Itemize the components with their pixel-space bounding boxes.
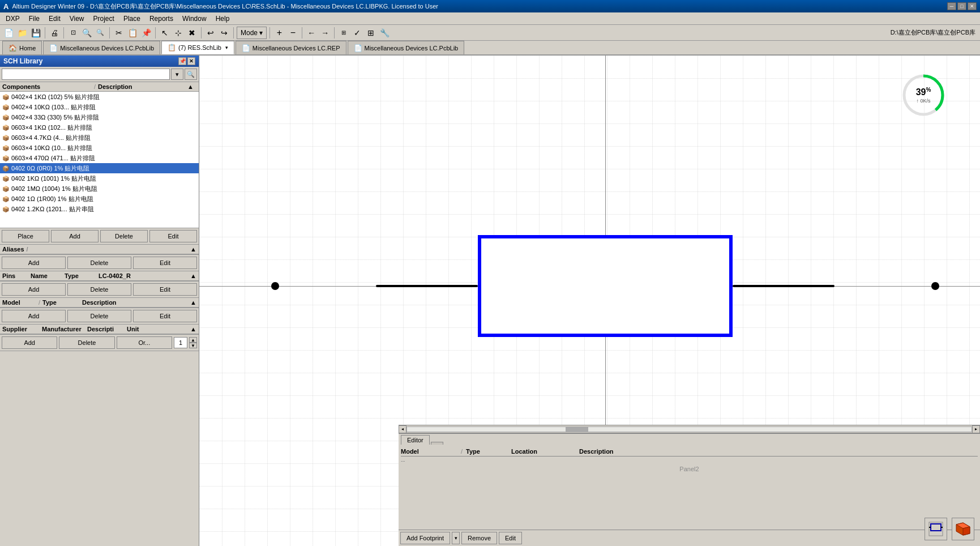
add-comp-btn[interactable]: Add (51, 230, 99, 242)
panel-pin-btn[interactable]: 📌 (178, 57, 186, 65)
menu-view[interactable]: View (65, 14, 89, 24)
maximize-btn[interactable]: □ (957, 2, 966, 10)
comp-item-2[interactable]: 📦 0402×4 33Ω (330) 5% 贴片排阻 (0, 112, 199, 122)
tab-schlib[interactable]: 📋 (7) RES.SchLib ▾ (161, 41, 234, 54)
comp-name-2: 0402×4 33Ω (330) 5% 贴片排阻 (11, 113, 196, 122)
add-model-btn[interactable]: Add (2, 310, 66, 322)
col-description-label: Description (98, 83, 187, 90)
footprint-dropdown-btn[interactable]: ▾ (452, 532, 460, 544)
minimize-btn[interactable]: ─ (947, 2, 956, 10)
dropdown-btn[interactable]: ▾ (171, 69, 183, 80)
cut-btn[interactable]: ✂ (113, 27, 125, 39)
save-btn[interactable]: 💾 (29, 27, 42, 39)
tools-btn[interactable]: 🔧 (378, 27, 391, 39)
select-btn[interactable]: ↖ (159, 27, 171, 39)
model-actions: Add Delete Edit (0, 308, 199, 324)
menu-help[interactable]: Help (211, 14, 234, 24)
comp-item-5[interactable]: 📦 0603×4 10KΩ (10... 贴片排阻 (0, 143, 199, 153)
zoom-fit-btn[interactable]: ⊡ (67, 27, 79, 39)
comp-item-8[interactable]: 📦 0402 1KΩ (1001) 1% 贴片电阻 (0, 173, 199, 184)
tab-home[interactable]: 🏠 Home (2, 41, 42, 54)
edit-bottom-btn[interactable]: Edit (499, 532, 522, 544)
comp-item-6[interactable]: 📦 0603×4 470Ω (471... 贴片排阻 (0, 153, 199, 163)
forward-btn[interactable]: → (319, 27, 331, 39)
add-footprint-btn[interactable]: Add Footprint (400, 532, 450, 544)
comp-name-4: 0603×4 4.7KΩ (4... 贴片排阻 (11, 134, 196, 142)
add-supplier-btn[interactable]: Add (2, 336, 57, 349)
panel-close-btn[interactable]: ✕ (187, 57, 195, 65)
redo-btn[interactable]: ↪ (218, 27, 230, 39)
zoom-out-btn[interactable]: 🔍 (94, 27, 106, 39)
menu-file[interactable]: File (24, 14, 44, 24)
menu-dxp[interactable]: DXP (1, 14, 24, 24)
delete-model-btn[interactable]: Delete (67, 310, 131, 322)
new-btn[interactable]: 📄 (2, 27, 15, 39)
tab-rep[interactable]: 📄 Miscellaneous Devices LC.REP (236, 41, 346, 54)
comp-item-9[interactable]: 📦 0402 1MΩ (1004) 1% 贴片电阻 (0, 184, 199, 194)
comp-item-0[interactable]: 📦 0402×4 1KΩ (102) 5% 贴片排阻 (0, 92, 199, 102)
bottom-icon-2[interactable] (952, 518, 974, 540)
comp-item-11[interactable]: 📦 0402 1.2KΩ (1201... 贴片串阻 (0, 204, 199, 214)
open-btn[interactable]: 📁 (16, 27, 28, 39)
comp-list[interactable]: 📦 0402×4 1KΩ (102) 5% 贴片排阻 📦 0402×4 10KΩ… (0, 92, 199, 228)
mode-btn[interactable]: Mode ▾ (237, 27, 267, 39)
h-scroll-track[interactable] (406, 426, 972, 432)
edit-pin-btn[interactable]: Edit (133, 283, 197, 296)
bottom-icon-1[interactable] (925, 518, 947, 540)
scroll-left-btn[interactable]: ◂ (399, 425, 406, 433)
back-btn[interactable]: ← (305, 27, 318, 39)
menu-reports[interactable]: Reports (145, 14, 178, 24)
canvas-area[interactable]: 39% ↑ 0K/s ◂ ▸ Editor Model (199, 56, 980, 546)
grid-btn[interactable]: ⊞ (365, 27, 377, 39)
copy-btn[interactable]: 📋 (126, 27, 139, 39)
spin-down-btn[interactable]: ▼ (189, 343, 197, 348)
tab-pcblib[interactable]: 📄 Miscellaneous Devices LC.PcbLib (43, 41, 160, 54)
delete-supplier-btn[interactable]: Delete (59, 336, 114, 349)
search-input[interactable] (2, 69, 170, 80)
sep5 (201, 27, 202, 39)
edit-comp-btn[interactable]: Edit (149, 230, 197, 242)
comp-item-7[interactable]: 📦 0402 0Ω (0R0) 1% 贴片电阻 (0, 163, 199, 173)
eraser-btn[interactable]: ✖ (186, 27, 198, 39)
place-btn[interactable]: Place (2, 230, 49, 242)
layers-btn[interactable]: ⊞ (337, 27, 350, 39)
comp-item-10[interactable]: 📦 0402 1Ω (1R00) 1% 贴片电阻 (0, 194, 199, 204)
zoom-in-btn[interactable]: 🔍 (80, 27, 93, 39)
delete-alias-btn[interactable]: Delete (67, 257, 131, 269)
check-btn[interactable]: ✓ (351, 27, 363, 39)
scroll-right-btn[interactable]: ▸ (972, 425, 980, 433)
h-scroll-thumb[interactable] (566, 427, 588, 432)
comp-name-0: 0402×4 1KΩ (102) 5% 贴片排阻 (11, 93, 196, 101)
tab-dropdown-icon[interactable]: ▾ (225, 45, 228, 50)
add-pin-btn[interactable]: Add (2, 283, 66, 296)
bottom-tab-2[interactable] (431, 442, 443, 445)
search-btn[interactable]: 🔍 (185, 69, 197, 80)
edit-alias-btn[interactable]: Edit (133, 257, 197, 269)
tab-pcblib2[interactable]: 📄 Miscellaneous Devices LC.PcbLib (348, 41, 465, 54)
or-btn[interactable]: Or... (117, 336, 172, 349)
comp-item-4[interactable]: 📦 0603×4 4.7KΩ (4... 贴片排阻 (0, 133, 199, 143)
menu-project[interactable]: Project (89, 14, 119, 24)
supplier-col-unit: Unit (127, 326, 190, 332)
editor-tab[interactable]: Editor (401, 435, 430, 445)
minus-btn[interactable]: − (286, 27, 299, 39)
unit-input[interactable]: 1 (174, 337, 187, 348)
remove-btn[interactable]: Remove (461, 532, 497, 544)
delete-comp-btn[interactable]: Delete (100, 230, 148, 242)
edit-model-btn[interactable]: Edit (133, 310, 197, 322)
add-alias-btn[interactable]: Add (2, 257, 66, 269)
menu-window[interactable]: Window (178, 14, 211, 24)
undo-btn[interactable]: ↩ (204, 27, 217, 39)
left-panel: SCH Library 📌 ✕ ▾ 🔍 Components / Descrip… (0, 56, 199, 546)
delete-pin-btn[interactable]: Delete (67, 283, 131, 296)
menu-place[interactable]: Place (119, 14, 145, 24)
comp-item-1[interactable]: 📦 0402×4 10KΩ (103... 贴片排阻 (0, 102, 199, 112)
plus-btn[interactable]: + (273, 27, 285, 39)
print-btn[interactable]: 🖨 (48, 27, 61, 39)
select2-btn[interactable]: ⊹ (172, 27, 185, 39)
paste-btn[interactable]: 📌 (140, 27, 152, 39)
menu-edit[interactable]: Edit (44, 14, 65, 24)
close-btn[interactable]: ✕ (968, 2, 977, 10)
spin-up-btn[interactable]: ▲ (189, 337, 197, 343)
comp-item-3[interactable]: 📦 0603×4 1KΩ (102... 贴片排阻 (0, 122, 199, 133)
